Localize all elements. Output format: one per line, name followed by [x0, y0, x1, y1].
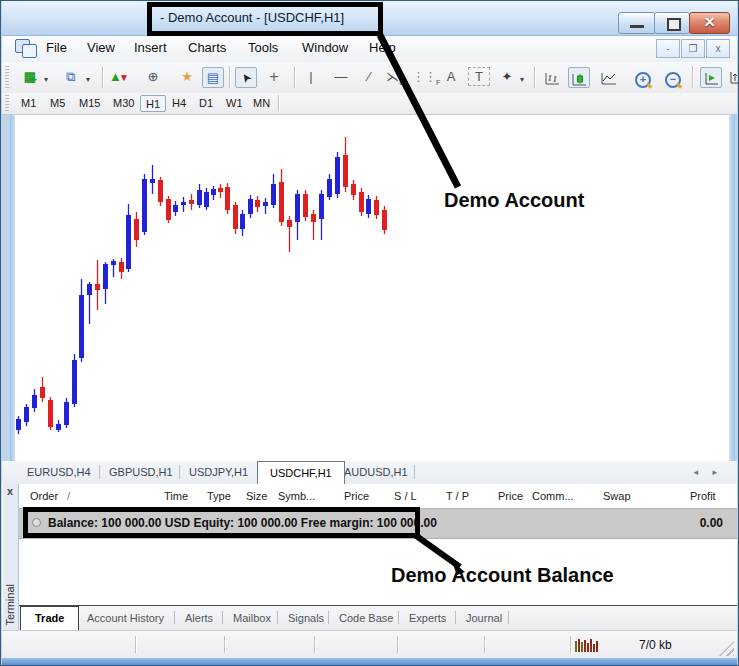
zoom-in-icon[interactable]: +	[632, 67, 654, 88]
minimize-button[interactable]	[618, 12, 656, 34]
terminal-tab-signals[interactable]: Signals	[288, 612, 324, 624]
timeframe-mn[interactable]: MN	[248, 95, 275, 112]
chart-tab-gbpusd[interactable]: GBPUSD,H1	[109, 466, 173, 478]
minimize-icon	[630, 25, 644, 28]
chart-tab-separator	[99, 465, 100, 479]
resize-grip[interactable]	[719, 641, 734, 656]
col-sl[interactable]: S / L	[394, 490, 417, 502]
terminal-tab-mailbox[interactable]: Mailbox	[233, 612, 271, 624]
bar-chart-type-icon[interactable]	[542, 67, 564, 88]
chart-tab-eurusd[interactable]: EURUSD,H4	[27, 466, 91, 478]
menu-file[interactable]: File	[46, 40, 67, 55]
auto-scroll-icon[interactable]	[700, 67, 722, 88]
line-chart-type-icon[interactable]	[598, 67, 620, 88]
col-price2[interactable]: Price	[498, 490, 523, 502]
toolbar-grip[interactable]	[5, 66, 9, 88]
timeframe-m1[interactable]: M1	[16, 95, 41, 112]
menu-charts[interactable]: Charts	[188, 40, 226, 55]
terminal-tab-account-history[interactable]: Account History	[87, 612, 164, 624]
vertical-line-icon[interactable]: |	[300, 67, 322, 88]
menu-help[interactable]: Help	[369, 40, 396, 55]
menu-view[interactable]: View	[87, 40, 115, 55]
status-separator	[570, 636, 571, 653]
maximize-icon	[667, 18, 681, 31]
chart-tab-audusd[interactable]: AUDUSD,H1	[344, 466, 408, 478]
terminal-tab-experts[interactable]: Experts	[409, 612, 446, 624]
terminal-side-strip: x Terminal	[3, 484, 19, 630]
terminal-tab-separator	[174, 611, 175, 624]
mdi-minimize-button[interactable]: -	[656, 39, 680, 58]
profiles-caret-icon[interactable]: ▾	[86, 75, 94, 84]
terminal-tab-trade[interactable]: Trade	[20, 606, 79, 630]
col-profit[interactable]: Profit	[690, 490, 716, 502]
col-size[interactable]: Size	[246, 490, 267, 502]
title-bar[interactable]: - Demo Account - [USDCHF,H1] ✕	[2, 1, 737, 36]
profiles-icon[interactable]: ⧉	[60, 67, 82, 88]
timeframe-m30[interactable]: M30	[108, 95, 139, 112]
col-tp[interactable]: T / P	[446, 490, 469, 502]
balance-row[interactable]: Balance: 100 000.00 USD Equity: 100 000.…	[19, 509, 737, 539]
shapes-caret-icon[interactable]: ▾	[520, 75, 528, 84]
shapes-arrows-icon[interactable]: ✦	[496, 67, 518, 88]
text-tool-icon[interactable]: A	[440, 67, 462, 88]
timeframe-d1[interactable]: D1	[194, 95, 218, 112]
timeframe-m15[interactable]: M15	[74, 95, 105, 112]
chart-area[interactable]	[15, 114, 729, 462]
text-label-tool-icon[interactable]: T	[468, 67, 490, 86]
col-commission[interactable]: Comm...	[532, 490, 574, 502]
toolbar-grip[interactable]	[5, 95, 9, 111]
terminal-panel-icon[interactable]: ▤	[202, 67, 224, 88]
equidistant-channel-icon[interactable]: ⋋E	[384, 67, 406, 88]
timeframe-m5[interactable]: M5	[45, 95, 70, 112]
target-icon[interactable]: ⊕	[142, 67, 164, 88]
connection-bars-icon	[575, 637, 601, 652]
terminal-tab-separator	[455, 611, 456, 624]
menu-insert[interactable]: Insert	[134, 40, 167, 55]
chart-tab-usdjpy[interactable]: USDJPY,H1	[189, 466, 248, 478]
menu-window[interactable]: Window	[302, 40, 348, 55]
mdi-restore-button[interactable]: ❐	[681, 39, 705, 58]
connection-speed: 7/0 kb	[639, 638, 672, 652]
col-price[interactable]: Price	[344, 490, 369, 502]
chart-tab-scroll-arrows[interactable]: ◂ ▸	[693, 467, 723, 477]
col-symbol[interactable]: Symb...	[278, 490, 315, 502]
col-swap[interactable]: Swap	[603, 490, 631, 502]
terminal-tab-journal[interactable]: Journal	[466, 612, 502, 624]
new-chart-caret-icon[interactable]: ▾	[44, 75, 52, 84]
chart-shift-icon[interactable]	[728, 67, 739, 88]
trendline-icon[interactable]: ∕	[358, 67, 380, 88]
new-chart-icon[interactable]: ▦+	[19, 67, 41, 88]
col-time[interactable]: Time	[164, 490, 188, 502]
menu-tools[interactable]: Tools	[248, 40, 278, 55]
new-order-icon[interactable]: ▲▼	[108, 67, 130, 88]
terminal-tab-separator	[328, 611, 329, 624]
timeframe-h4[interactable]: H4	[167, 95, 191, 112]
crosshair-icon[interactable]: +	[263, 67, 285, 88]
chart-tab-separator	[179, 465, 180, 479]
cursor-icon[interactable]: ➤	[235, 67, 257, 88]
mdi-close-button[interactable]: x	[706, 39, 730, 58]
chart-frame-right[interactable]	[729, 114, 735, 461]
terminal-tab-alerts[interactable]: Alerts	[185, 612, 213, 624]
horizontal-line-icon[interactable]: —	[330, 67, 352, 88]
sort-indicator-icon[interactable]: /	[67, 490, 70, 502]
timeframe-toolbar: M1 M5 M15 M30 H1 H4 D1 W1 MN	[2, 93, 737, 115]
chart-tab-usdchf-active[interactable]: USDCHF,H1	[257, 461, 345, 484]
toolbar-separator	[692, 66, 693, 88]
zoom-out-icon[interactable]: −	[662, 67, 684, 88]
window-title: - Demo Account - [USDCHF,H1]	[160, 10, 344, 25]
timeframe-w1[interactable]: W1	[221, 95, 248, 112]
close-button[interactable]: ✕	[689, 12, 730, 34]
col-order[interactable]: Order	[30, 490, 58, 502]
terminal-tab-separator	[222, 611, 223, 624]
terminal-tab-code-base[interactable]: Code Base	[339, 612, 393, 624]
fibonacci-icon[interactable]: ⋮⋮F	[412, 67, 434, 88]
timeframe-h1[interactable]: H1	[140, 95, 166, 112]
candlestick-chart-type-icon[interactable]	[568, 67, 590, 88]
terminal-panel: x Terminal Order / Time Type Size Symb..…	[2, 484, 737, 630]
favorites-folder-icon[interactable]: ★	[176, 67, 198, 88]
maximize-button[interactable]	[654, 12, 690, 34]
col-type[interactable]: Type	[207, 490, 231, 502]
toolbar-separator	[278, 95, 279, 111]
terminal-close-icon[interactable]: x	[7, 486, 13, 497]
